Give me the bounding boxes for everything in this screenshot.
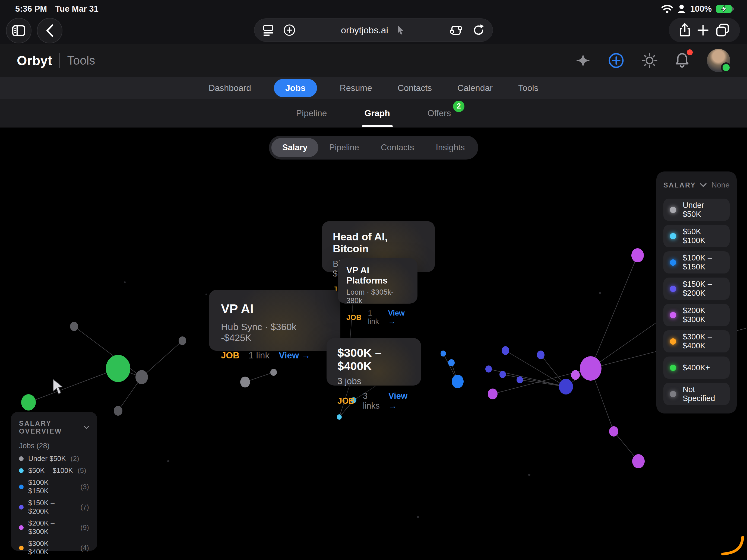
sidebar-icon: [12, 25, 25, 36]
theme-sun-icon[interactable]: [642, 53, 658, 69]
brand-logo[interactable]: Orbyt: [17, 53, 52, 68]
filter-item-under-50k[interactable]: Under $50K: [663, 198, 730, 221]
url-text[interactable]: orbytjobs.ai: [341, 25, 388, 35]
overview-count: (2): [71, 454, 79, 463]
filter-item-100k-150k[interactable]: $100K – $150K: [663, 251, 730, 273]
back-button[interactable]: [37, 18, 62, 44]
filter-item-200k-300k[interactable]: $200K – $300K: [663, 304, 730, 326]
share-icon[interactable]: [679, 23, 690, 37]
reload-icon[interactable]: [472, 24, 485, 36]
view-link[interactable]: View →: [388, 309, 409, 326]
graph-node[interactable]: [21, 394, 36, 410]
filter-item-not-specified[interactable]: Not Specified: [663, 383, 730, 405]
graph-node[interactable]: [485, 366, 492, 373]
filter-item-300k-400k[interactable]: $300K – $400K: [663, 330, 730, 352]
extensions-icon[interactable]: [450, 24, 462, 36]
graph-node[interactable]: [609, 426, 618, 436]
view-link[interactable]: View →: [279, 350, 311, 361]
job-tag: JOB: [337, 396, 355, 406]
overview-jobs-count: Jobs (28): [19, 442, 89, 450]
subtab-pipeline[interactable]: Pipeline: [295, 107, 328, 120]
overview-title-label: SALARY OVERVIEW: [19, 420, 80, 435]
add-circle-icon[interactable]: [608, 52, 624, 69]
graph-node[interactable]: [517, 376, 523, 383]
job-tag: JOB: [346, 313, 362, 322]
graph-node[interactable]: [501, 346, 509, 355]
graph-node[interactable]: [70, 322, 78, 331]
overview-label: $300K – $400K: [28, 539, 76, 556]
segment-insights[interactable]: Insights: [425, 138, 475, 157]
graph-node[interactable]: [205, 294, 207, 295]
overview-row: $100K – $150K(3): [19, 478, 89, 495]
new-tab-icon[interactable]: [697, 24, 709, 36]
tab-jobs[interactable]: Jobs: [274, 79, 317, 97]
legend-dot: [670, 365, 676, 371]
graph-node[interactable]: [559, 379, 573, 395]
notifications-button[interactable]: [675, 52, 690, 69]
overview-count: (5): [78, 466, 86, 475]
sidebar-toggle-button[interactable]: [6, 18, 31, 44]
url-bar[interactable]: orbytjobs.ai: [254, 19, 493, 42]
overview-label: $50K – $100K: [28, 466, 73, 475]
graph-node[interactable]: [632, 248, 644, 262]
filter-item-150k-200k[interactable]: $150K – $200K: [663, 277, 730, 300]
graph-node[interactable]: [599, 292, 601, 294]
tab-resume[interactable]: Resume: [337, 79, 375, 97]
status-bar: 5:36 PM Tue Mar 31 100%: [0, 0, 747, 15]
avatar[interactable]: [707, 49, 730, 72]
sparkle-icon[interactable]: [575, 53, 591, 68]
graph-node[interactable]: [106, 355, 130, 382]
graph-node[interactable]: [124, 282, 126, 283]
graph-node[interactable]: [571, 370, 580, 380]
brand-divider: [59, 53, 60, 68]
graph-node[interactable]: [271, 369, 277, 376]
subtab-graph[interactable]: Graph: [363, 107, 391, 120]
filter-item-50k-100k[interactable]: $50K – $100K: [663, 225, 730, 247]
graph-node[interactable]: [417, 516, 419, 518]
filter-item-400k-plus[interactable]: $400K+: [663, 356, 730, 379]
graph-node[interactable]: [240, 377, 250, 388]
filter-panel-title[interactable]: SALARY: [663, 181, 707, 189]
job-card-vp-ai-platforms[interactable]: VP Ai Platforms Loom · $305k-380k JOB 1 …: [338, 258, 417, 303]
tab-tools[interactable]: Tools: [515, 79, 541, 97]
graph-node[interactable]: [632, 454, 645, 468]
segment-contacts[interactable]: Contacts: [370, 138, 425, 157]
page-settings-icon[interactable]: [262, 24, 274, 36]
graph-node[interactable]: [499, 371, 506, 378]
tab-calendar[interactable]: Calendar: [455, 79, 495, 97]
app-header: Orbyt Tools: [0, 44, 747, 77]
graph-node[interactable]: [337, 414, 342, 420]
job-card-vp-ai[interactable]: VP AI Hub Sync · $360k -$425K JOB 1 link…: [209, 290, 340, 351]
new-quick-note-icon[interactable]: [283, 24, 295, 36]
job-card-title: VP AI: [221, 301, 329, 316]
graph-node[interactable]: [114, 406, 123, 416]
overview-row: Under $50K(2): [19, 454, 89, 463]
graph-node[interactable]: [448, 359, 455, 366]
graph-node[interactable]: [167, 460, 170, 462]
graph-node[interactable]: [528, 474, 531, 476]
legend-dot: [670, 338, 676, 345]
salary-band-card[interactable]: $300K – $400K 3 jobs JOB 3 links View →: [327, 338, 421, 385]
overview-label: $200K – $300K: [28, 519, 76, 536]
graph-node[interactable]: [441, 350, 446, 356]
overview-count: (9): [80, 523, 89, 532]
segment-pipeline[interactable]: Pipeline: [318, 138, 370, 157]
overview-row: $150K – $200K(7): [19, 499, 89, 515]
segment-salary[interactable]: Salary: [272, 138, 318, 157]
graph-node[interactable]: [179, 337, 186, 345]
view-switcher: Salary Pipeline Contacts Insights: [269, 136, 478, 160]
status-time: 5:36 PM: [15, 4, 47, 14]
graph-node[interactable]: [488, 389, 497, 399]
tab-contacts[interactable]: Contacts: [395, 79, 435, 97]
tab-overview-icon[interactable]: [716, 24, 729, 37]
tab-dashboard[interactable]: Dashboard: [206, 79, 254, 97]
graph-node[interactable]: [135, 370, 148, 384]
view-link[interactable]: View →: [388, 391, 410, 411]
overview-title[interactable]: SALARY OVERVIEW: [19, 420, 89, 435]
graph-node[interactable]: [580, 356, 601, 381]
graph-node[interactable]: [537, 350, 544, 359]
filter-value[interactable]: None: [712, 181, 730, 189]
graph-node[interactable]: [452, 375, 464, 388]
job-card-subtitle: Loom · $305k-380k: [346, 288, 409, 305]
subtab-offers[interactable]: Offers 2: [427, 107, 452, 120]
